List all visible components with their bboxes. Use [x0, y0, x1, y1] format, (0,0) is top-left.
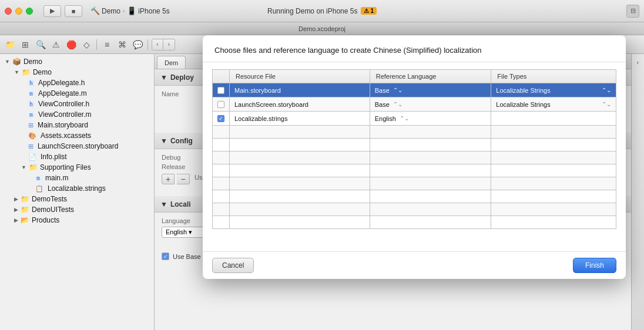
dropdown-arrow-icon[interactable]: ⌃⌄	[602, 87, 611, 93]
table-row[interactable]: LaunchScreen.storyboard Base ⌃⌄ Localiza…	[213, 97, 616, 112]
sidebar-item-assets[interactable]: 🎨 Assets.xcassets	[0, 130, 154, 141]
dropdown-arrow-icon[interactable]: ⌃⌄	[602, 101, 611, 107]
file-checkbox[interactable]	[217, 101, 224, 108]
dropdown-arrow-icon[interactable]: ⌃⌄	[393, 101, 402, 107]
table-row	[213, 126, 616, 139]
english-dropdown[interactable]: English ▾	[162, 227, 209, 238]
breadcrumb-sep: ›	[123, 8, 125, 14]
sidebar-item-launchscreen[interactable]: ⊞ LaunchScreen.storyboard	[0, 141, 154, 151]
tab-label: Dem	[165, 59, 178, 66]
sidebar-item-viewcontroller-m[interactable]: m ViewController.m	[0, 109, 154, 120]
minimize-button[interactable]	[15, 8, 22, 15]
resource-file-header: Resource File	[230, 70, 370, 83]
toolbar-separator-2	[147, 39, 148, 50]
sidebar-item-label: ViewController.m	[38, 110, 91, 119]
warning-badge[interactable]: ⚠ 1	[361, 7, 377, 15]
table-header-row: Resource File Reference Language File Ty…	[213, 70, 616, 83]
dropdown-arrow-icon[interactable]: ⌃⌄	[400, 115, 409, 122]
sidebar-item-demouitests[interactable]: ▶ 📁 DemoUITests	[0, 204, 154, 215]
table-row	[213, 151, 616, 164]
breadcrumb-device[interactable]: 📱 iPhone 5s	[127, 6, 169, 15]
file-cell: LaunchScreen.storyboard	[230, 97, 370, 112]
sidebar-item-supporting-files[interactable]: ▼ 📁 Supporting Files	[0, 162, 154, 173]
checkbox-cell[interactable]	[213, 83, 230, 97]
remove-config-button[interactable]: −	[177, 174, 190, 184]
sidebar: ▼ 📦 Demo ▼ 📁 Demo h AppDelegate.h m AppD…	[0, 54, 155, 330]
toolbar-separator	[96, 39, 97, 50]
speech-icon[interactable]: 💬	[131, 38, 144, 51]
type-cell	[491, 112, 616, 126]
chevron-right-icon: ▶	[14, 217, 18, 223]
sidebar-item-appdelegate-m[interactable]: m AppDelegate.m	[0, 88, 154, 99]
folder-icon: 📁	[21, 195, 29, 203]
sidebar-item-label: main.m	[45, 174, 68, 182]
search-icon[interactable]: 🔍	[34, 38, 47, 51]
section-arrow: ▼	[160, 137, 167, 145]
language-cell: English ⌃⌄	[370, 112, 491, 126]
add-config-button[interactable]: +	[162, 174, 175, 184]
list-icon[interactable]: ≡	[100, 38, 113, 51]
dropdown-arrow-icon[interactable]: ⌃⌄	[393, 87, 402, 93]
stop-sign-icon[interactable]: 🛑	[65, 38, 78, 51]
file-checkbox-checked[interactable]	[217, 115, 224, 122]
tag-icon[interactable]: ⌘	[116, 38, 129, 51]
grid-icon[interactable]: ⊞	[19, 38, 32, 51]
sidebar-item-label: Demo	[33, 68, 52, 76]
editor-tab[interactable]: Dem	[157, 56, 186, 69]
chevron-right-icon: ▶	[14, 207, 18, 213]
file-cell: Main.storyboard	[230, 83, 370, 97]
chevron-down-icon: ▼	[5, 59, 10, 65]
type-cell: Localizable Strings ⌃⌄	[491, 83, 616, 97]
folder-icon: 📁	[22, 68, 31, 76]
file-checkbox[interactable]	[217, 87, 224, 94]
cancel-button[interactable]: Cancel	[212, 258, 254, 273]
collapse-right-btn[interactable]: ⊟	[626, 5, 639, 18]
run-status: Running Demo on iPhone 5s ⚠ 1	[267, 7, 377, 15]
maximize-button[interactable]	[26, 8, 33, 15]
language-cell: Base ⌃⌄	[370, 97, 491, 112]
sidebar-item-demo-group[interactable]: ▼ 📁 Demo	[0, 67, 154, 78]
sidebar-item-viewcontroller-h[interactable]: h ViewController.h	[0, 99, 154, 109]
deploy-label: Deploy	[170, 73, 194, 82]
table-row[interactable]: Main.storyboard Base ⌃⌄ Localizable Stri…	[213, 83, 616, 97]
warning-icon[interactable]: ⚠	[49, 38, 62, 51]
storyboard-icon: ⊞	[28, 122, 33, 129]
nav-forward-arrow[interactable]: ›	[163, 39, 175, 50]
close-button[interactable]	[5, 8, 12, 15]
m-file-icon: m	[28, 112, 34, 118]
diamond-icon[interactable]: ◇	[80, 38, 93, 51]
right-panel-toggle[interactable]: ‹	[633, 58, 643, 67]
file-types-header: File Types	[491, 70, 616, 83]
sidebar-item-info-plist[interactable]: 📄 Info.plist	[0, 151, 154, 162]
app-icon: 🔨	[90, 6, 100, 15]
strings-icon: 📋	[35, 185, 43, 193]
sidebar-item-products[interactable]: ▶ 📂 Products	[0, 215, 154, 225]
checkbox-cell[interactable]	[213, 97, 230, 112]
sidebar-item-label: DemoTests	[32, 195, 67, 203]
checkbox-col-header	[213, 70, 230, 83]
nav-back-arrow[interactable]: ‹	[152, 39, 163, 50]
folder-icon[interactable]: 📁	[4, 38, 16, 51]
finish-button[interactable]: Finish	[573, 258, 616, 273]
sidebar-item-localizable[interactable]: 📋 Localizable.strings	[0, 183, 154, 194]
sidebar-item-appdelegate-h[interactable]: h AppDelegate.h	[0, 78, 154, 88]
checkbox-cell[interactable]	[213, 112, 230, 126]
use-base-checkbox[interactable]: ✓	[162, 252, 169, 260]
modal-footer: Cancel Finish	[203, 251, 626, 279]
sidebar-item-demotests[interactable]: ▶ 📁 DemoTests	[0, 194, 154, 204]
project-titlebar: Demo.xcodeproj	[0, 22, 644, 35]
play-button[interactable]: ▶	[43, 5, 61, 17]
modal-title: Choose files and reference language to c…	[214, 46, 482, 55]
sidebar-item-label: LaunchScreen.storyboard	[38, 142, 118, 150]
sidebar-item-root[interactable]: ▼ 📦 Demo	[0, 56, 154, 67]
sidebar-item-main-storyboard[interactable]: ⊞ Main.storyboard	[0, 120, 154, 130]
sidebar-item-main-m[interactable]: m main.m	[0, 173, 154, 183]
root-icon: 📦	[12, 58, 21, 66]
storyboard-icon: ⊞	[28, 143, 33, 150]
modal-dialog: Choose files and reference language to c…	[203, 35, 626, 279]
assets-icon: 🎨	[28, 132, 36, 140]
stop-button[interactable]: ■	[65, 5, 82, 17]
table-row[interactable]: Localizable.strings English ⌃⌄	[213, 112, 616, 126]
modal-table: Resource File Reference Language File Ty…	[212, 69, 616, 229]
breadcrumb-app[interactable]: 🔨 Demo	[90, 6, 120, 15]
